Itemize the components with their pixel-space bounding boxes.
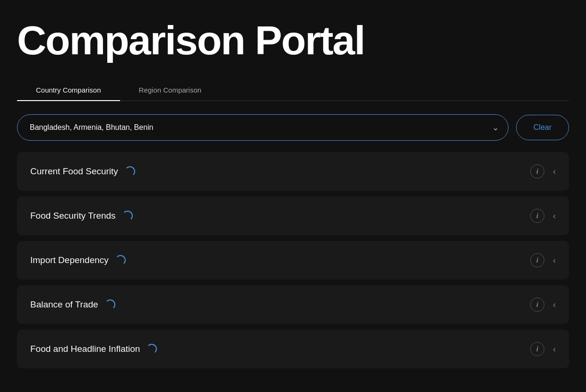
- section-current-food-security[interactable]: Current Food Security i ‹: [17, 152, 569, 191]
- country-select-wrapper: Bangladesh, Armenia, Bhutan, Benin ⌄: [17, 114, 508, 141]
- sections-list: Current Food Security i ‹ Food Security …: [17, 152, 569, 368]
- loading-spinner: [125, 166, 135, 177]
- loading-spinner: [122, 211, 133, 221]
- section-title: Food Security Trends: [30, 211, 116, 221]
- page-title: Comparison Portal: [17, 19, 569, 61]
- info-icon[interactable]: i: [530, 164, 544, 179]
- section-title: Food and Headline Inflation: [30, 344, 140, 354]
- chevron-left-icon[interactable]: ‹: [553, 344, 556, 354]
- info-icon[interactable]: i: [530, 342, 544, 356]
- clear-button[interactable]: Clear: [516, 115, 569, 140]
- chevron-left-icon[interactable]: ‹: [553, 256, 556, 265]
- country-select[interactable]: Bangladesh, Armenia, Bhutan, Benin: [17, 114, 508, 141]
- chevron-left-icon[interactable]: ‹: [553, 211, 556, 221]
- tab-country-comparison[interactable]: Country Comparison: [17, 80, 120, 101]
- header: Comparison Portal: [0, 0, 586, 76]
- info-icon[interactable]: i: [530, 298, 544, 312]
- info-icon[interactable]: i: [530, 253, 544, 267]
- section-food-security-trends[interactable]: Food Security Trends i ‹: [17, 196, 569, 235]
- section-food-headline-inflation[interactable]: Food and Headline Inflation i ‹: [17, 330, 569, 368]
- chevron-left-icon[interactable]: ‹: [553, 300, 556, 310]
- section-import-dependency[interactable]: Import Dependency i ‹: [17, 241, 569, 280]
- loading-spinner: [115, 255, 126, 265]
- loading-spinner: [146, 344, 157, 354]
- section-title: Current Food Security: [30, 166, 118, 177]
- info-icon[interactable]: i: [530, 209, 544, 223]
- controls-row: Bangladesh, Armenia, Bhutan, Benin ⌄ Cle…: [17, 114, 569, 141]
- loading-spinner: [105, 299, 115, 310]
- chevron-left-icon[interactable]: ‹: [553, 167, 556, 177]
- tab-region-comparison[interactable]: Region Comparison: [120, 80, 221, 101]
- tabs-container: Country Comparison Region Comparison: [17, 80, 569, 101]
- section-balance-of-trade[interactable]: Balance of Trade i ‹: [17, 285, 569, 324]
- country-select-value: Bangladesh, Armenia, Bhutan, Benin: [30, 123, 154, 132]
- section-title: Balance of Trade: [30, 299, 98, 310]
- section-title: Import Dependency: [30, 255, 109, 265]
